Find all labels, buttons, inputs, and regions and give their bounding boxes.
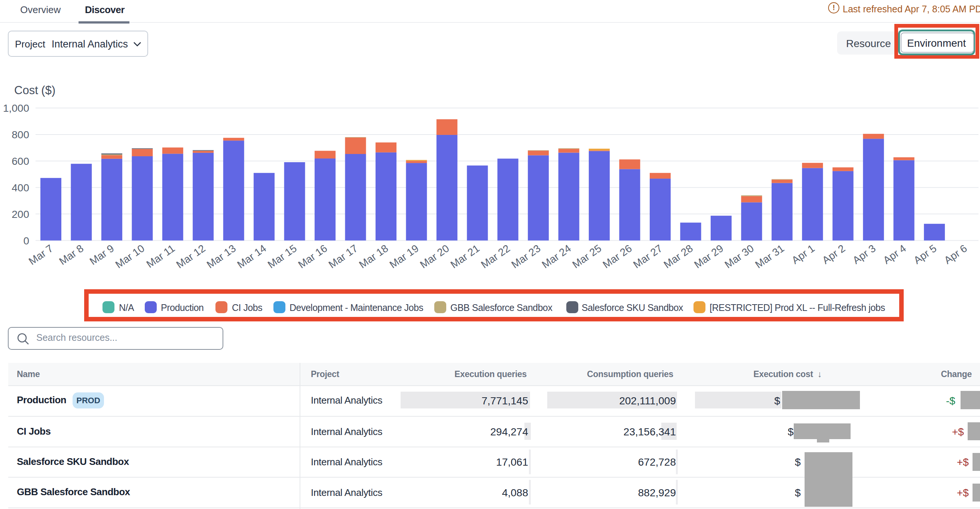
svg-text:800: 800 (11, 129, 29, 141)
svg-text:Mar 18: Mar 18 (357, 243, 390, 271)
svg-text:Mar 20: Mar 20 (418, 243, 451, 271)
svg-text:Mar 25: Mar 25 (570, 243, 603, 271)
svg-text:Apr 3: Apr 3 (851, 243, 878, 266)
svg-text:Mar 29: Mar 29 (692, 243, 725, 271)
svg-text:Mar 12: Mar 12 (174, 243, 207, 271)
svg-text:Apr 4: Apr 4 (881, 243, 908, 266)
svg-text:Mar 22: Mar 22 (479, 243, 512, 271)
svg-text:Mar 7: Mar 7 (27, 243, 55, 267)
svg-text:Mar 14: Mar 14 (235, 243, 268, 271)
svg-text:200: 200 (11, 209, 29, 220)
svg-text:Apr 5: Apr 5 (912, 243, 939, 266)
svg-text:Mar 16: Mar 16 (296, 243, 329, 271)
svg-text:Mar 19: Mar 19 (388, 243, 421, 271)
svg-text:Mar 13: Mar 13 (205, 243, 238, 271)
svg-text:Mar 30: Mar 30 (723, 243, 756, 271)
svg-text:Mar 27: Mar 27 (631, 243, 664, 271)
svg-text:Apr 1: Apr 1 (790, 243, 817, 266)
svg-text:Mar 24: Mar 24 (540, 243, 573, 271)
svg-text:Apr 2: Apr 2 (820, 243, 848, 266)
svg-text:Mar 8: Mar 8 (57, 243, 85, 267)
svg-text:Mar 11: Mar 11 (145, 243, 177, 270)
svg-text:Mar 21: Mar 21 (449, 243, 482, 271)
svg-text:Mar 28: Mar 28 (662, 243, 695, 271)
svg-text:Mar 10: Mar 10 (113, 243, 146, 271)
svg-text:1,000: 1,000 (3, 102, 29, 114)
svg-text:400: 400 (11, 182, 29, 193)
svg-text:Mar 31: Mar 31 (753, 243, 786, 271)
svg-text:Apr 6: Apr 6 (942, 243, 969, 266)
svg-text:Mar 15: Mar 15 (266, 243, 299, 271)
svg-text:0: 0 (23, 235, 29, 247)
svg-text:Mar 26: Mar 26 (601, 243, 634, 271)
svg-text:Mar 17: Mar 17 (326, 243, 360, 271)
svg-text:Mar 9: Mar 9 (88, 243, 116, 267)
svg-text:600: 600 (11, 155, 29, 167)
svg-text:Mar 23: Mar 23 (509, 243, 542, 271)
